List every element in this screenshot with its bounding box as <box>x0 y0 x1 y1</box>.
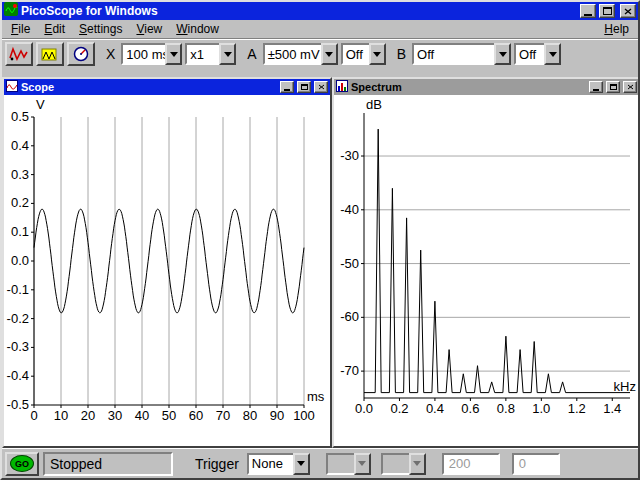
multiplier-combo[interactable]: x1 <box>185 43 236 65</box>
spectrum-restore-button[interactable] <box>606 81 620 93</box>
svg-text:-40: -40 <box>340 202 359 217</box>
svg-text:90: 90 <box>270 408 284 423</box>
svg-text:-0.2: -0.2 <box>7 311 29 326</box>
restore-icon <box>301 84 308 90</box>
picoscope-window: PicoScope for Windows File Edit Settings… <box>0 0 640 480</box>
close-icon <box>624 8 632 15</box>
timebase-combo[interactable]: 100 ms <box>121 43 182 65</box>
svg-text:1.4: 1.4 <box>603 401 621 416</box>
trigger-edge-value <box>381 453 409 475</box>
trigger-threshold-field: 200 <box>442 453 500 475</box>
spectrum-chart-area: -30-40-50-60-700.00.20.40.60.81.01.21.4d… <box>334 95 638 446</box>
svg-text:0.3: 0.3 <box>11 167 29 182</box>
menu-settings[interactable]: Settings <box>72 20 129 38</box>
maximize-button[interactable] <box>599 4 615 18</box>
dropdown-arrow-icon[interactable] <box>321 43 338 65</box>
spectrum-window: Spectrum -30-40-50-60-700.00.20.40.60.81… <box>332 77 638 448</box>
spectrum-window-title: Spectrum <box>351 81 586 93</box>
channel-a-mode-value: Off <box>341 43 369 65</box>
close-icon <box>627 84 634 90</box>
spectrum-minimize-button[interactable] <box>589 81 603 93</box>
svg-text:0.2: 0.2 <box>11 195 29 210</box>
status-bar: GO Stopped Trigger None 200 0 <box>2 448 638 478</box>
scope-close-button[interactable] <box>314 81 328 93</box>
dropdown-arrow-icon[interactable] <box>544 43 561 65</box>
svg-text:ms: ms <box>307 389 325 404</box>
dropdown-arrow-icon[interactable] <box>369 43 386 65</box>
scope-window-title: Scope <box>21 81 277 93</box>
menu-help[interactable]: Help <box>597 20 636 38</box>
signal-icon <box>40 46 60 62</box>
go-button[interactable]: GO <box>5 452 39 476</box>
menu-file[interactable]: File <box>4 20 37 38</box>
channel-b-range-value: Off <box>412 43 494 65</box>
channel-a-range-combo[interactable]: ±500 mV <box>263 43 338 65</box>
spectrum-chart: -30-40-50-60-700.00.20.40.60.81.01.21.4d… <box>334 95 638 446</box>
toolbar: X 100 ms x1 A ±500 mV Off B Off Off <box>2 39 638 69</box>
spectrum-close-button[interactable] <box>623 81 637 93</box>
trigger-channel-value <box>326 453 354 475</box>
scope-minimize-button[interactable] <box>280 81 294 93</box>
maximize-icon <box>603 7 612 15</box>
go-icon: GO <box>10 455 34 472</box>
menu-window[interactable]: Window <box>169 20 226 38</box>
svg-text:kHz: kHz <box>614 379 636 394</box>
channel-a-mode-combo[interactable]: Off <box>341 43 386 65</box>
svg-text:0: 0 <box>30 408 37 423</box>
trigger-value: None <box>247 453 293 475</box>
svg-text:-30: -30 <box>340 148 359 163</box>
trigger-channel-combo <box>326 453 371 475</box>
close-icon <box>318 84 325 90</box>
scope-restore-button[interactable] <box>297 81 311 93</box>
trigger-edge-combo <box>381 453 426 475</box>
scope-view-button[interactable] <box>5 42 33 66</box>
app-icon <box>4 2 18 20</box>
menu-view[interactable]: View <box>129 20 169 38</box>
svg-text:0.8: 0.8 <box>497 401 515 416</box>
mdi-workspace: Scope 0.50.40.30.20.10.0-0.1-0.2-0.3-0.4… <box>2 69 638 448</box>
svg-text:-0.1: -0.1 <box>7 282 29 297</box>
dropdown-arrow-icon[interactable] <box>165 43 182 65</box>
svg-text:-50: -50 <box>340 256 359 271</box>
svg-text:80: 80 <box>243 408 257 423</box>
minimize-icon <box>284 89 290 91</box>
close-button[interactable] <box>620 4 636 18</box>
trigger-label: Trigger <box>195 456 239 472</box>
trigger-delay-field: 0 <box>512 453 560 475</box>
channel-b-range-combo[interactable]: Off <box>412 43 511 65</box>
dropdown-arrow-icon <box>354 453 371 475</box>
minimize-icon <box>593 89 599 91</box>
svg-text:60: 60 <box>189 408 203 423</box>
restore-icon <box>610 84 617 90</box>
channel-b-label: B <box>397 46 406 62</box>
svg-text:0.4: 0.4 <box>11 138 29 153</box>
svg-text:-70: -70 <box>340 363 359 378</box>
svg-text:V: V <box>36 97 45 112</box>
svg-text:50: 50 <box>162 408 176 423</box>
dropdown-arrow-icon[interactable] <box>494 43 511 65</box>
channel-b-mode-combo[interactable]: Off <box>514 43 561 65</box>
minimize-button[interactable] <box>580 4 596 18</box>
scope-chart-area: 0.50.40.30.20.10.0-0.1-0.2-0.3-0.4-0.501… <box>4 95 330 446</box>
spectrum-title-bar[interactable]: Spectrum <box>334 79 638 95</box>
dropdown-arrow-icon[interactable] <box>293 453 310 475</box>
timebase-value: 100 ms <box>121 43 165 65</box>
svg-text:20: 20 <box>81 408 95 423</box>
trigger-combo[interactable]: None <box>247 453 310 475</box>
waveform-icon <box>9 46 29 62</box>
scope-chart: 0.50.40.30.20.10.0-0.1-0.2-0.3-0.4-0.501… <box>4 95 330 446</box>
svg-text:40: 40 <box>135 408 149 423</box>
svg-text:-0.3: -0.3 <box>7 339 29 354</box>
menu-edit[interactable]: Edit <box>37 20 72 38</box>
scope-title-bar[interactable]: Scope <box>4 79 330 95</box>
meter-view-button[interactable] <box>67 42 95 66</box>
dropdown-arrow-icon[interactable] <box>219 43 236 65</box>
svg-text:0.6: 0.6 <box>461 401 479 416</box>
svg-text:0.0: 0.0 <box>11 253 29 268</box>
channel-a-range-value: ±500 mV <box>263 43 321 65</box>
spectrum-view-button[interactable] <box>36 42 64 66</box>
channel-a-label: A <box>247 46 256 62</box>
svg-text:100: 100 <box>293 408 315 423</box>
title-bar[interactable]: PicoScope for Windows <box>2 2 638 20</box>
scope-window-icon <box>6 78 18 96</box>
